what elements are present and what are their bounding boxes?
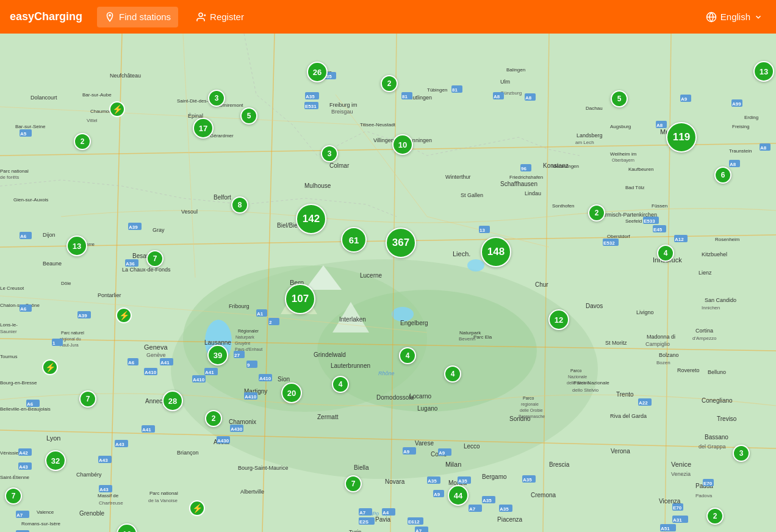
svg-text:A99: A99 <box>732 101 741 107</box>
svg-text:Massif de: Massif de <box>98 493 119 498</box>
svg-text:Breisgau: Breisgau <box>331 109 353 115</box>
cluster-marker[interactable]: 119 <box>666 122 697 153</box>
svg-text:A31: A31 <box>673 517 682 523</box>
svg-text:Madonna di: Madonna di <box>647 334 675 340</box>
cluster-marker[interactable]: 13 <box>753 61 774 82</box>
cluster-marker[interactable]: 12 <box>548 309 569 330</box>
svg-text:Lauterbrunnen: Lauterbrunnen <box>331 362 370 369</box>
svg-text:Kitzbuehel: Kitzbuehel <box>702 251 727 257</box>
svg-text:A35: A35 <box>458 478 467 484</box>
svg-text:Verona: Verona <box>611 448 630 455</box>
svg-text:Grindelwald: Grindelwald <box>314 351 346 358</box>
svg-text:A9: A9 <box>439 450 445 456</box>
svg-text:Riva del Garda: Riva del Garda <box>610 413 647 419</box>
svg-text:Rovereto: Rovereto <box>677 367 700 373</box>
cluster-marker[interactable]: 7 <box>5 487 22 505</box>
register-nav[interactable]: Register <box>188 7 251 27</box>
svg-text:Erding: Erding <box>744 115 758 120</box>
svg-text:2: 2 <box>269 320 272 325</box>
cluster-marker[interactable]: 6 <box>714 167 731 184</box>
svg-text:Mulhouse: Mulhouse <box>304 182 331 189</box>
cluster-marker[interactable]: 17 <box>193 118 214 138</box>
svg-text:A43: A43 <box>99 458 108 463</box>
svg-text:Bolzano: Bolzano <box>659 352 679 358</box>
svg-text:Saunier: Saunier <box>0 329 17 334</box>
cluster-marker[interactable]: 32 <box>45 450 66 471</box>
svg-text:Freising: Freising <box>732 124 749 129</box>
cluster-marker[interactable]: 13 <box>66 235 87 256</box>
cluster-marker[interactable]: 4 <box>399 347 416 364</box>
svg-text:A6: A6 <box>128 360 135 365</box>
svg-text:Sonthofen: Sonthofen <box>552 203 574 209</box>
svg-text:A7: A7 <box>359 510 366 516</box>
cluster-marker[interactable]: 107 <box>285 284 315 314</box>
svg-text:Parco: Parco <box>570 368 581 373</box>
cluster-marker[interactable]: 7 <box>345 475 362 492</box>
cluster-marker[interactable]: 5 <box>240 107 257 124</box>
svg-text:Bozen: Bozen <box>656 360 670 365</box>
svg-text:Belluno: Belluno <box>708 369 726 375</box>
cluster-marker[interactable]: 10 <box>392 134 413 155</box>
cluster-marker[interactable]: 7 <box>146 250 163 267</box>
lightning-marker[interactable]: ⚡ <box>116 307 132 323</box>
cluster-marker[interactable]: 7 <box>79 390 96 408</box>
cluster-marker[interactable]: 28 <box>162 390 183 411</box>
cluster-marker[interactable]: 367 <box>386 228 416 258</box>
register-label: Register <box>210 12 244 22</box>
map-container[interactable]: Munich Bern Zürich Lucerne Liech. stein … <box>0 34 776 532</box>
cluster-marker[interactable]: 20 <box>281 383 302 403</box>
cluster-marker[interactable]: 2 <box>381 75 398 92</box>
cluster-marker[interactable]: 2 <box>706 508 724 525</box>
cluster-marker[interactable]: 3 <box>208 90 225 107</box>
svg-text:A39: A39 <box>129 225 138 230</box>
svg-text:Dachau: Dachau <box>586 106 603 111</box>
svg-text:Nazionale: Nazionale <box>568 375 587 379</box>
cluster-marker[interactable]: 26 <box>307 62 328 82</box>
cluster-marker[interactable]: 3 <box>321 145 338 162</box>
lightning-marker[interactable]: ⚡ <box>109 101 125 117</box>
svg-text:Augsburg: Augsburg <box>610 124 631 129</box>
svg-text:Chur: Chur <box>535 281 548 288</box>
svg-text:Pontarlier: Pontarlier <box>98 292 121 298</box>
cluster-marker[interactable]: 2 <box>588 204 605 221</box>
svg-text:Domodossola: Domodossola <box>376 394 414 401</box>
svg-text:Vittel: Vittel <box>87 118 98 123</box>
svg-text:A8: A8 <box>760 145 767 151</box>
svg-text:27: 27 <box>234 353 240 358</box>
svg-text:Chambéry: Chambéry <box>76 472 102 478</box>
cluster-marker[interactable]: 3 <box>733 445 750 462</box>
svg-text:Sion: Sion <box>278 376 290 383</box>
cluster-marker[interactable]: 61 <box>341 227 367 253</box>
svg-text:Lons-le-: Lons-le- <box>0 322 18 328</box>
cluster-marker[interactable]: 8 <box>231 196 248 214</box>
cluster-marker[interactable]: 2 <box>74 133 91 150</box>
cluster-marker[interactable]: 4 <box>332 376 349 393</box>
language-selector[interactable]: English <box>706 12 766 23</box>
svg-text:Livigno: Livigno <box>636 309 654 315</box>
svg-text:A9: A9 <box>681 96 688 102</box>
svg-text:Neufchâteau: Neufchâteau <box>110 73 141 79</box>
cluster-marker[interactable]: 4 <box>657 245 674 262</box>
find-stations-nav[interactable]: Find stations <box>97 7 178 27</box>
svg-text:1: 1 <box>52 340 56 346</box>
svg-text:Davos: Davos <box>586 303 603 309</box>
cluster-marker[interactable]: 5 <box>611 90 628 107</box>
cluster-marker[interactable]: 4 <box>444 365 461 383</box>
svg-text:81: 81 <box>452 87 458 93</box>
svg-text:Lucerne: Lucerne <box>360 272 383 279</box>
svg-text:E531: E531 <box>305 104 317 109</box>
logo-text: easyCharging <box>10 10 82 23</box>
svg-text:Innichen: Innichen <box>702 305 720 311</box>
cluster-marker[interactable]: 44 <box>448 485 469 506</box>
svg-text:Bar-sur-Seine: Bar-sur-Seine <box>15 124 46 129</box>
svg-text:A6: A6 <box>20 306 27 312</box>
language-label: English <box>720 12 750 22</box>
svg-text:A9: A9 <box>403 449 410 455</box>
cluster-marker[interactable]: 142 <box>296 204 326 234</box>
svg-text:E532: E532 <box>603 240 615 246</box>
cluster-marker[interactable]: 2 <box>205 410 222 427</box>
cluster-marker[interactable]: 39 <box>207 345 228 365</box>
lightning-marker[interactable]: ⚡ <box>189 500 205 516</box>
lightning-marker[interactable]: ⚡ <box>42 359 58 375</box>
cluster-marker[interactable]: 148 <box>481 237 511 267</box>
